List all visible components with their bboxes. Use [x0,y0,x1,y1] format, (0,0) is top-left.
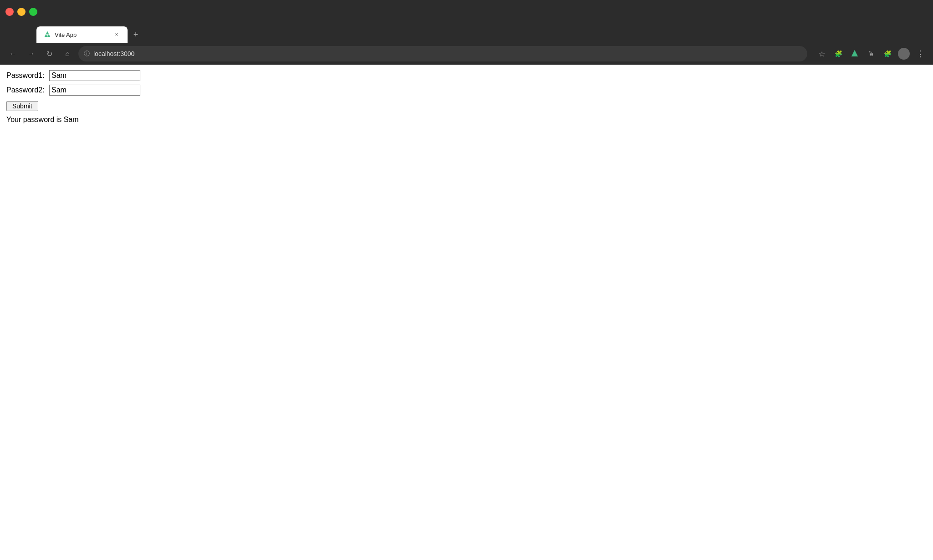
traffic-lights [5,8,37,16]
title-bar [0,0,933,24]
close-window-button[interactable] [5,8,14,16]
extension-1-button[interactable]: 🧩 [831,46,846,61]
tab-label: Vite App [55,31,109,38]
security-info-icon[interactable]: ⓘ [84,50,90,58]
puzzle-extension-button[interactable]: 🧩 [880,46,895,61]
password2-label: Password2: [6,86,47,94]
new-tab-button[interactable]: + [129,28,142,41]
reload-button[interactable]: ↻ [42,46,56,61]
password2-row: Password2: [6,85,927,96]
password1-label: Password1: [6,71,47,80]
browser-chrome: Vite App × + ← → ↻ ⌂ ⓘ ☆ 🧩 [0,0,933,65]
extension-1-icon: 🧩 [835,50,842,57]
password1-row: Password1: [6,70,927,81]
menu-button[interactable]: ⋮ [913,46,928,61]
minimize-window-button[interactable] [17,8,26,16]
submit-row: Submit [6,99,927,116]
cursor-extension-button[interactable]: 🖱 [864,46,878,61]
puzzle-icon: 🧩 [884,50,892,57]
maximize-window-button[interactable] [29,8,37,16]
result-text: Your password is Sam [6,116,927,124]
forward-button[interactable]: → [24,46,38,61]
active-tab[interactable]: Vite App × [36,26,128,43]
cursor-icon: 🖱 [868,50,874,57]
nav-bar: ← → ↻ ⌂ ⓘ ☆ 🧩 🖱 🧩 [0,43,933,65]
tab-close-button[interactable]: × [113,31,120,38]
password1-input[interactable] [49,70,140,81]
submit-button[interactable]: Submit [6,101,38,111]
back-button[interactable]: ← [5,46,20,61]
kebab-menu-icon: ⋮ [916,49,925,59]
home-button[interactable]: ⌂ [60,46,75,61]
profile-avatar [898,48,910,60]
address-input[interactable] [93,50,802,57]
tab-favicon-icon [44,31,51,38]
star-icon: ☆ [819,50,825,58]
tabs-bar: Vite App × + [0,24,933,43]
address-bar[interactable]: ⓘ [78,46,807,61]
vite-icon [851,50,859,58]
profile-button[interactable] [897,46,911,61]
bookmark-button[interactable]: ☆ [815,46,829,61]
password2-input[interactable] [49,85,140,96]
vite-extension-button[interactable] [847,46,862,61]
page-content: Password1: Password2: Submit Your passwo… [0,65,933,560]
toolbar-icons: ☆ 🧩 🖱 🧩 ⋮ [815,46,928,61]
